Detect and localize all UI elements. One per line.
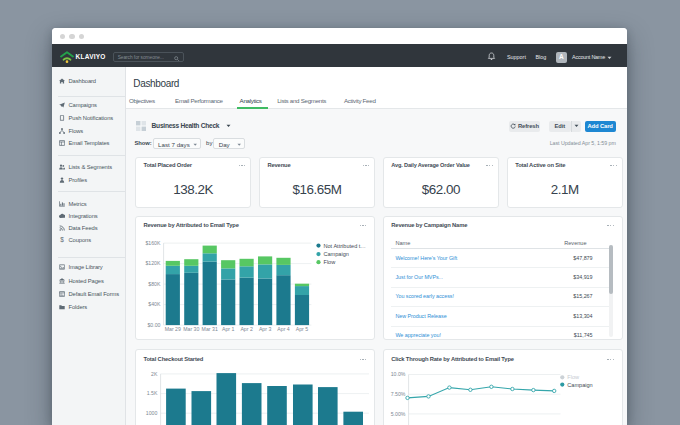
svg-text:$40K: $40K — [148, 302, 161, 308]
svg-text:Mar 31: Mar 31 — [201, 327, 217, 333]
svg-text:Apr 2: Apr 2 — [240, 327, 253, 333]
svg-text:$80K: $80K — [148, 281, 161, 287]
svg-text:$120K: $120K — [145, 261, 161, 267]
svg-text:Apr 4: Apr 4 — [277, 327, 290, 333]
svg-text:Flow: Flow — [567, 374, 580, 380]
svg-text:Campaign: Campaign — [323, 251, 348, 257]
svg-text:Campaign: Campaign — [567, 382, 592, 388]
svg-text:Not Attributed t…: Not Attributed t… — [323, 243, 365, 249]
svg-text:2K: 2K — [151, 371, 158, 377]
svg-text:$: $ — [60, 237, 64, 243]
svg-text:Apr 1: Apr 1 — [222, 327, 235, 333]
svg-text:5.00%: 5.00% — [390, 411, 405, 417]
svg-text:Mar 29: Mar 29 — [165, 327, 181, 333]
svg-text:10.0%: 10.0% — [390, 371, 405, 377]
svg-text:7.50%: 7.50% — [390, 391, 405, 397]
svg-text:Apr 5: Apr 5 — [296, 327, 309, 333]
svg-text:1.5K: 1.5K — [147, 390, 158, 396]
svg-text:Mar 30: Mar 30 — [183, 327, 199, 333]
svg-text:Flow: Flow — [323, 259, 336, 265]
svg-text:1000: 1000 — [146, 410, 158, 416]
svg-text:Apr 3: Apr 3 — [259, 327, 272, 333]
svg-text:$160K: $160K — [145, 240, 161, 246]
svg-text:$0.00: $0.00 — [147, 322, 160, 328]
